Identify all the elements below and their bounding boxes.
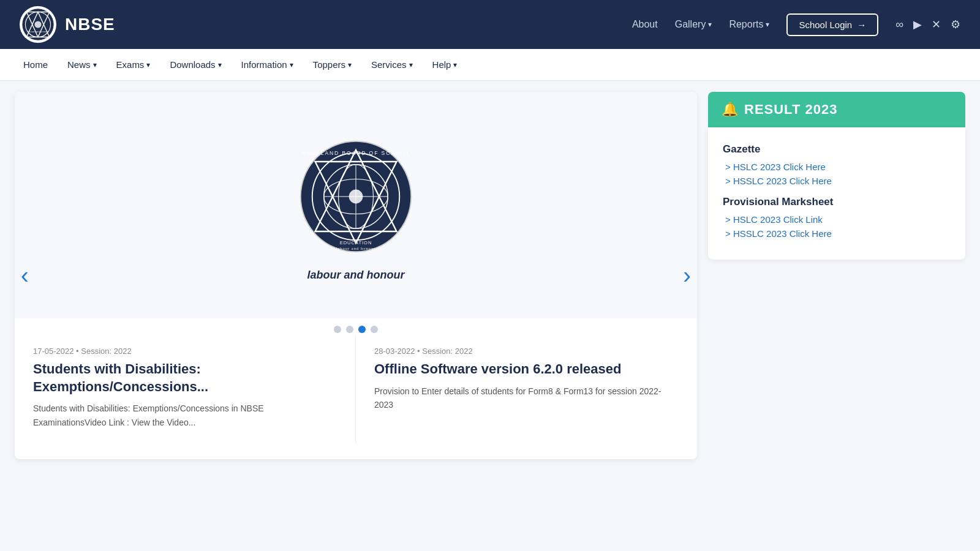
slide-2-title: Offline Software version 6.2.0 released: [374, 361, 679, 378]
hsslc-marksheet-link[interactable]: > HSSLC 2023 Click Here: [723, 228, 951, 239]
slide-info-grid: 17-05-2022 • Session: 2022 Students with…: [15, 335, 697, 444]
slide-dot-2[interactable]: [346, 326, 353, 333]
settings-icon[interactable]: ⚙: [951, 18, 960, 31]
nav-help[interactable]: Help: [424, 56, 466, 73]
gazette-section-title: Gazette: [723, 143, 951, 156]
svg-text:EDUCATION: EDUCATION: [340, 239, 372, 245]
slides-visual-container: NAGALAND BOARD OF SCHOOL EDUCATION labou…: [15, 92, 697, 318]
nav-services[interactable]: Services: [363, 56, 421, 73]
nav-information[interactable]: Information: [233, 56, 302, 73]
slide-dots: [15, 318, 697, 335]
school-login-label: School Login: [799, 20, 852, 30]
result-title: RESULT 2023: [744, 102, 837, 118]
gallery-link[interactable]: Gallery: [675, 19, 712, 30]
main-content: NAGALAND BOARD OF SCHOOL EDUCATION labou…: [0, 81, 980, 470]
result-panel: 🔔 RESULT 2023 Gazette > HSLC 2023 Click …: [708, 92, 965, 459]
about-link[interactable]: About: [632, 19, 658, 30]
slide-1-date: 17-05-2022 • Session: 2022: [33, 347, 337, 356]
slide-1-motto: labour and honour: [307, 269, 405, 282]
result-content: Gazette > HSLC 2023 Click Here > HSSLC 2…: [708, 127, 965, 260]
svg-text:labour and honour: labour and honour: [336, 246, 376, 250]
nav-toppers[interactable]: Toppers: [304, 56, 360, 73]
top-nav-right: About Gallery Reports School Login → ∞ ▶…: [632, 13, 960, 36]
slide-card-2: 28-03-2022 • Session: 2022 Offline Softw…: [356, 335, 697, 444]
nbse-logo-big-icon: NAGALAND BOARD OF SCHOOL EDUCATION labou…: [298, 138, 414, 255]
result-header: 🔔 RESULT 2023: [708, 92, 965, 127]
top-navbar: labour and honour NBSE About Gallery Rep…: [0, 0, 980, 49]
marksheet-section-title: Provisional Marksheet: [723, 196, 951, 208]
social-icons: ∞ ▶ ✕ ⚙: [895, 18, 960, 31]
slide-2-desc: Provision to Enter details of students f…: [374, 384, 679, 412]
slide-dot-3[interactable]: [358, 326, 366, 333]
slide-1-title: Students with Disabilities: Exemptions/C…: [33, 361, 337, 395]
slide-next-button[interactable]: ›: [683, 263, 691, 289]
svg-point-4: [34, 21, 41, 28]
slide-dot-1[interactable]: [334, 326, 341, 333]
site-name: NBSE: [65, 15, 115, 34]
slide-card-1: 17-05-2022 • Session: 2022 Students with…: [15, 335, 356, 444]
svg-text:labour and honour: labour and honour: [28, 30, 49, 33]
slide-1-desc: Students with Disabilities: Exemptions/C…: [33, 402, 337, 429]
login-icon: →: [857, 20, 866, 30]
slide-dot-4[interactable]: [371, 326, 378, 333]
hslc-marksheet-link[interactable]: > HSLC 2023 Click Link: [723, 214, 951, 225]
reports-link[interactable]: Reports: [729, 19, 769, 30]
news-slider: NAGALAND BOARD OF SCHOOL EDUCATION labou…: [15, 92, 697, 459]
hsslc-gazette-link[interactable]: > HSSLC 2023 Click Here: [723, 176, 951, 186]
slide-1-image: NAGALAND BOARD OF SCHOOL EDUCATION labou…: [298, 129, 414, 264]
nav-exams[interactable]: Exams: [108, 56, 159, 73]
nbse-logo-icon: labour and honour: [21, 7, 55, 42]
hslc-gazette-link[interactable]: > HSLC 2023 Click Here: [723, 162, 951, 172]
bell-icon: 🔔: [722, 102, 738, 118]
youtube-icon[interactable]: ▶: [913, 18, 922, 31]
nav-downloads[interactable]: Downloads: [161, 56, 230, 73]
twitter-icon[interactable]: ✕: [932, 18, 941, 31]
meta-icon[interactable]: ∞: [895, 18, 903, 31]
svg-text:NAGALAND BOARD OF SCHOOL: NAGALAND BOARD OF SCHOOL: [301, 149, 410, 156]
nav-news[interactable]: News: [59, 56, 105, 73]
nav-home[interactable]: Home: [15, 56, 56, 73]
slide-1: NAGALAND BOARD OF SCHOOL EDUCATION labou…: [15, 92, 697, 318]
logo-area: labour and honour NBSE: [20, 6, 115, 43]
svg-point-15: [349, 189, 363, 203]
slide-2-date: 28-03-2022 • Session: 2022: [374, 347, 679, 356]
school-login-button[interactable]: School Login →: [786, 13, 878, 36]
logo-circle: labour and honour: [20, 6, 56, 43]
slide-prev-button[interactable]: ‹: [21, 263, 29, 289]
secondary-navbar: Home News Exams Downloads Information To…: [0, 49, 980, 81]
